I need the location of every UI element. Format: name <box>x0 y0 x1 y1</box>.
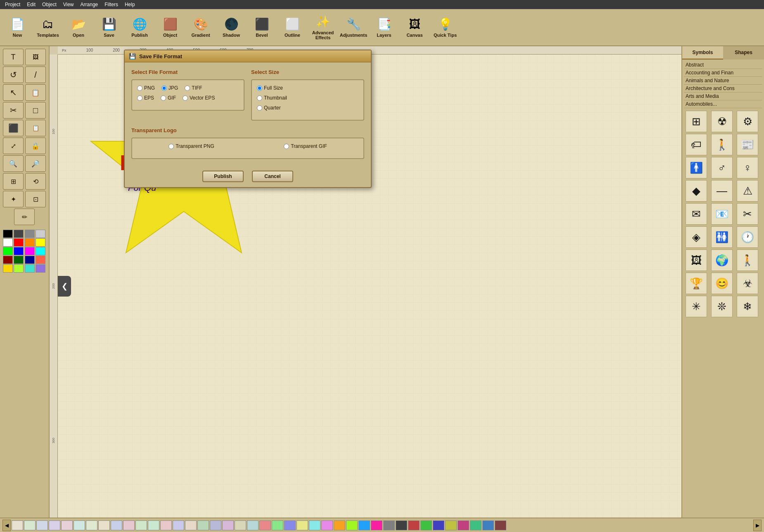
palette-swatch-3[interactable] <box>36 230 45 238</box>
toolbar-open[interactable]: 📂Open <box>64 11 93 43</box>
symbol-book[interactable]: 📰 <box>737 134 758 155</box>
bottom-swatch-23[interactable] <box>297 520 308 530</box>
bottom-swatch-16[interactable] <box>210 520 221 530</box>
format-eps-label[interactable]: EPS <box>137 95 154 101</box>
format-png-label[interactable]: PNG <box>137 85 155 91</box>
palette-swatch-7[interactable] <box>36 238 45 247</box>
lock-tool[interactable]: 🔒 <box>25 138 46 154</box>
symbol-picture[interactable]: 🖼 <box>686 249 707 271</box>
line-tool[interactable]: / <box>25 66 46 83</box>
format-gif-radio[interactable] <box>161 95 166 101</box>
palette-swatch-6[interactable] <box>25 238 35 247</box>
special-tool[interactable]: ✦ <box>3 191 24 207</box>
format-png-radio[interactable] <box>137 86 142 91</box>
size-thumb-radio[interactable] <box>257 95 262 101</box>
bottom-swatch-18[interactable] <box>235 520 246 530</box>
format-jpg-label[interactable]: JPG <box>161 85 178 91</box>
bottom-swatch-29[interactable] <box>371 520 382 530</box>
toolbar-save[interactable]: 💾Save <box>95 11 123 43</box>
menu-help[interactable]: Help <box>122 1 138 8</box>
category-arts[interactable]: Arts and Media <box>684 93 762 100</box>
grid-tool[interactable]: ⊞ <box>3 173 24 190</box>
toolbar-publish[interactable]: 🌐Publish <box>126 11 154 43</box>
symbol-sun2[interactable]: ❊ <box>711 296 733 317</box>
bottom-swatch-9[interactable] <box>123 520 135 530</box>
palette-swatch-8[interactable] <box>3 247 13 255</box>
palette-swatch-11[interactable] <box>36 247 45 255</box>
box-tool[interactable]: □ <box>25 102 46 119</box>
bottom-swatch-15[interactable] <box>197 520 209 530</box>
category-accounting[interactable]: Accounting and Finan <box>684 69 762 77</box>
bottom-swatch-27[interactable] <box>346 520 358 530</box>
bottom-swatch-19[interactable] <box>247 520 259 530</box>
palette-swatch-12[interactable] <box>3 256 13 264</box>
duplicate-tool[interactable]: 📋 <box>25 120 46 136</box>
symbol-face[interactable]: 😊 <box>711 273 733 294</box>
size-quarter-radio[interactable] <box>257 105 262 111</box>
palette-swatch-15[interactable] <box>36 256 45 264</box>
shape-tool[interactable]: ⬛ <box>3 120 24 136</box>
symbol-rotated-sq[interactable]: ◈ <box>686 226 707 248</box>
symbol-sun1[interactable]: ✳ <box>686 296 707 317</box>
palette-swatch-4[interactable] <box>3 238 13 247</box>
size-thumb-label[interactable]: Thumbnail <box>257 95 287 101</box>
symbol-radiation[interactable]: ☢ <box>711 111 733 132</box>
symbol-snowflake[interactable]: ❄ <box>737 296 758 317</box>
format-eps-radio[interactable] <box>137 95 142 101</box>
toolbar-layers[interactable]: 📑Layers <box>370 11 398 43</box>
zoom-in-tool[interactable]: 🔎 <box>25 155 46 172</box>
misc-tool[interactable]: ⊡ <box>25 191 46 207</box>
format-gif-label[interactable]: GIF <box>161 95 176 101</box>
bottom-swatch-38[interactable] <box>482 520 494 530</box>
bottom-swatch-33[interactable] <box>420 520 432 530</box>
bottom-swatch-30[interactable] <box>383 520 395 530</box>
category-animals[interactable]: Animals and Nature <box>684 77 762 85</box>
bottom-swatch-28[interactable] <box>358 520 370 530</box>
category-architecture[interactable]: Architecture and Cons <box>684 85 762 93</box>
menu-arrange[interactable]: Arrange <box>78 1 101 8</box>
bottom-swatch-34[interactable] <box>433 520 444 530</box>
format-veps-label[interactable]: Vector EPS <box>183 95 215 101</box>
bottom-swatch-12[interactable] <box>160 520 172 530</box>
select-tool[interactable]: ↖ <box>3 84 24 101</box>
size-full-radio[interactable] <box>257 86 262 91</box>
toolbar-gradient[interactable]: 🎨Gradient <box>187 11 215 43</box>
symbol-stamp[interactable]: 🏷 <box>686 134 707 155</box>
bottom-swatch-5[interactable] <box>74 520 85 530</box>
symbol-checkers[interactable]: ⊞ <box>686 111 707 132</box>
palette-swatch-0[interactable] <box>3 230 13 238</box>
symbol-male-figure[interactable]: 🚹 <box>686 157 707 178</box>
bottom-swatch-32[interactable] <box>408 520 420 530</box>
toolbar-templates[interactable]: 🗂Templates <box>34 11 62 43</box>
bottom-swatch-1[interactable] <box>24 520 36 530</box>
nav-left-arrow[interactable]: ❮ <box>58 276 71 297</box>
size-quarter-label[interactable]: Quarter <box>257 105 281 111</box>
menu-edit[interactable]: Edit <box>24 1 38 8</box>
format-tiff-radio[interactable] <box>185 86 190 91</box>
toolbar-canvas[interactable]: 🖼Canvas <box>401 11 429 43</box>
pencil-tool[interactable]: ✏ <box>14 209 35 225</box>
format-veps-radio[interactable] <box>183 95 188 101</box>
toolbar-adjustments[interactable]: 🔧Adjustments <box>339 11 368 43</box>
symbol-ruler[interactable]: — <box>711 180 733 202</box>
menu-filters[interactable]: Filters <box>102 1 121 8</box>
symbol-globe[interactable]: 🌍 <box>711 249 733 271</box>
symbol-clock[interactable]: 🕐 <box>737 226 758 248</box>
symbol-figure[interactable]: 🚶 <box>711 134 733 155</box>
symbol-warning[interactable]: ⚠ <box>737 180 758 202</box>
publish-button[interactable]: Publish <box>202 171 244 182</box>
palette-swatch-1[interactable] <box>14 230 24 238</box>
palette-swatch-14[interactable] <box>25 256 35 264</box>
symbol-biohazard[interactable]: ☣ <box>737 273 758 294</box>
size-full-label[interactable]: Full Size <box>257 85 283 91</box>
symbol-gear[interactable]: ⚙ <box>737 111 758 132</box>
rotate-tool[interactable]: ↺ <box>3 66 24 83</box>
palette-swatch-5[interactable] <box>14 238 24 247</box>
bottom-swatch-0[interactable] <box>12 520 23 530</box>
symbol-cup[interactable]: 🏆 <box>686 273 707 294</box>
bottom-swatch-14[interactable] <box>185 520 197 530</box>
copy-tool[interactable]: 📋 <box>25 84 46 101</box>
symbol-walk[interactable]: 🚶 <box>737 249 758 271</box>
bottom-swatch-20[interactable] <box>259 520 271 530</box>
bottom-swatch-26[interactable] <box>334 520 345 530</box>
